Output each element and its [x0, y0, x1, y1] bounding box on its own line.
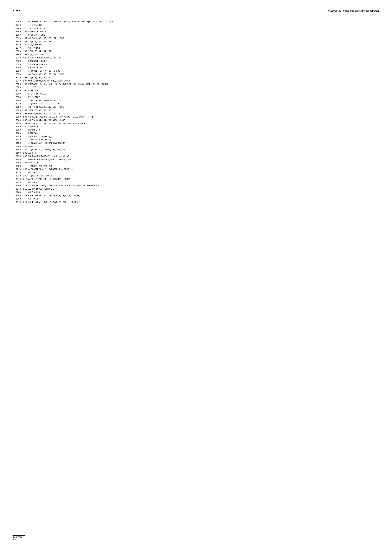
- footer-number: № 1: [13, 538, 16, 541]
- page-number: 3-266: [13, 9, 20, 12]
- page-title: Руководство по проектированию аэродромов: [327, 9, 379, 12]
- page-header: 3-266 Руководство по проектированию аэро…: [13, 9, 379, 14]
- code-content: 2760 DFELM=XL**2/8.0*(1.15*DABS(DTHET)*D…: [16, 20, 379, 204]
- footer-date: 25/10/85: [13, 536, 22, 538]
- page-footer: 25/10/85 № 1: [13, 536, 25, 541]
